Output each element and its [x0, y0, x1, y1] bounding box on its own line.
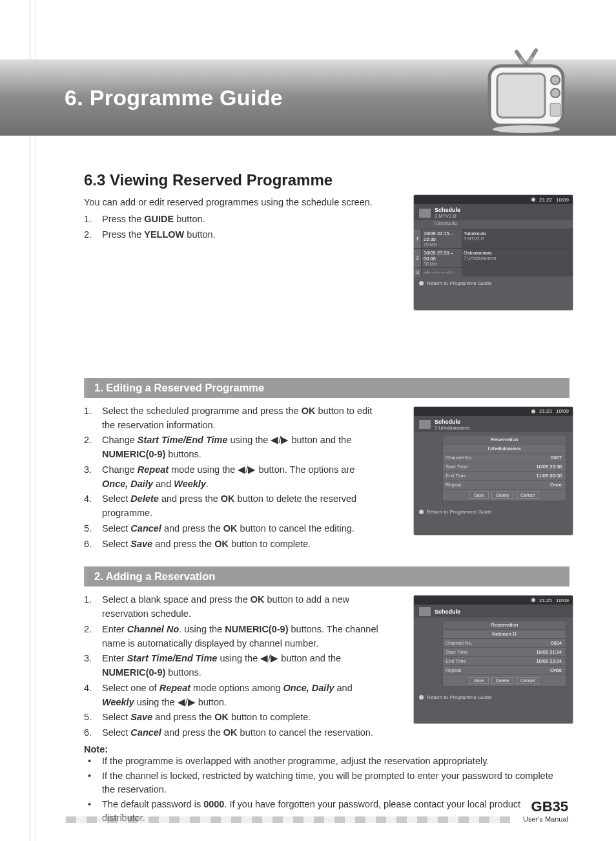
svg-point-2: [551, 76, 560, 85]
note-list: If the programme is overlapped with anot…: [84, 754, 562, 825]
section-intro: You can add or edit reserved programmes …: [84, 196, 375, 209]
svg-point-3: [551, 88, 560, 98]
step-item: Select Delete and press the OK button to…: [84, 492, 381, 521]
sub-heading: 2. Adding a Reservation: [84, 566, 570, 587]
step-item: Change Repeat mode using the ◀/▶ button.…: [84, 463, 381, 492]
note-item: If the channel is locked, restricted by …: [84, 769, 562, 796]
chapter-title: 6. Programme Guide: [65, 85, 283, 110]
step-item: Select Save and press the OK button to c…: [84, 537, 381, 552]
step-item: Enter Start Time/End Time using the ◀/▶ …: [84, 652, 381, 680]
section-6-3: 6.3 Viewing Reserved Programme You can a…: [84, 171, 570, 242]
subsection-adding: 2. Adding a Reservation Select a blank s…: [84, 566, 570, 825]
sub-heading: 1. Editing a Reserved Programme: [84, 378, 570, 398]
tv-icon: [478, 39, 575, 136]
content-area: 6.3 Viewing Reserved Programme You can a…: [84, 171, 570, 826]
adding-steps: Select a blank space and press the OK bu…: [84, 593, 381, 740]
step-item: Select Cancel and press the OK button to…: [84, 726, 381, 740]
schedule-screenshot-3: 21:2510/09 Schedule Reservation Nelonen …: [413, 595, 573, 724]
section-steps: Press the GUIDE button. Press the YELLOW…: [84, 213, 381, 242]
step-item: Select one of Repeat mode options among …: [84, 681, 381, 710]
page-number: GB35 User's Manual: [523, 798, 568, 823]
step-item: Select a blank space and press the OK bu…: [84, 593, 381, 621]
step-item: Enter Channel No. using the NUMERIC(0-9)…: [84, 623, 381, 651]
step-item: Press the YELLOW button.: [84, 228, 381, 242]
step-item: Press the GUIDE button.: [84, 213, 381, 227]
svg-point-5: [493, 125, 560, 133]
schedule-screenshot-2: 21:2310/09 Schedule 7 Urheilukanava Rese…: [413, 406, 573, 535]
note-label: Note:: [84, 744, 570, 754]
svg-rect-1: [497, 74, 545, 118]
subsection-editing: 1. Editing a Reserved Programme Select t…: [84, 378, 570, 552]
step-item: Select Cancel and press the OK button to…: [84, 522, 381, 536]
step-item: Select Save and press the OK button to c…: [84, 711, 381, 725]
step-item: Change Start Time/End Time using the ◀/▶…: [84, 433, 381, 462]
page-footer: GB35 User's Manual: [0, 816, 616, 823]
schedule-screenshot-1: 21:2210/09 Schedule 3 MTV3 D Tulosruutu …: [413, 194, 573, 311]
step-item: Select the scheduled programme and press…: [84, 404, 381, 433]
section-title: 6.3 Viewing Reserved Programme: [84, 171, 570, 189]
footer-bar: [65, 816, 510, 823]
svg-rect-4: [550, 103, 560, 116]
note-item: If the programme is overlapped with anot…: [84, 754, 562, 768]
editing-steps: Select the scheduled programme and press…: [84, 404, 381, 552]
